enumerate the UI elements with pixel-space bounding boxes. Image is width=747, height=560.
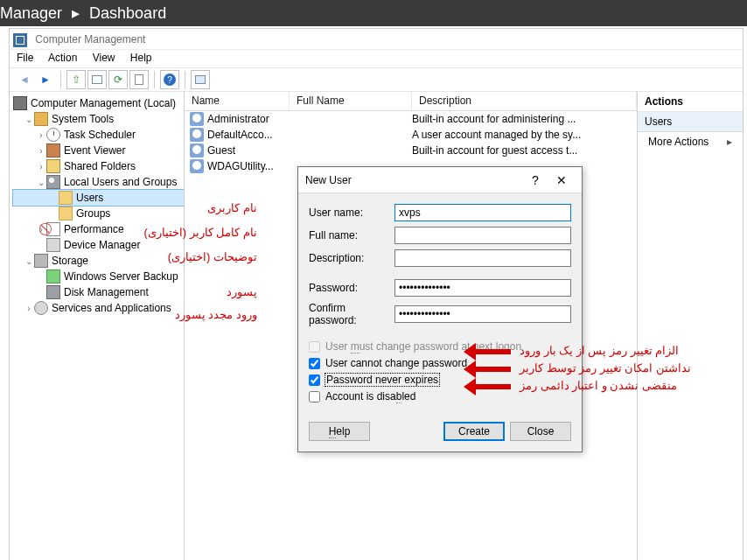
tree-services[interactable]: ›Services and Applications [13,300,184,316]
tree-root[interactable]: Computer Management (Local) [13,95,184,111]
user-icon [190,112,204,126]
tree-task-scheduler[interactable]: ›Task Scheduler [13,127,184,143]
forward-icon: ► [40,74,51,86]
ann-cannot-change: نداشتن امکان تغییر رمز توسط کاربر [520,361,691,374]
new-user-dialog: New User ? ✕ User name: Full name: Descr… [297,166,583,452]
arrow-icon [476,349,511,354]
help-button[interactable]: Help [309,422,370,441]
server-header-right: Dashboard [89,4,166,22]
tree-groups[interactable]: Groups [13,206,184,221]
col-fullname[interactable]: Full Name [290,92,412,110]
label-password: Password: [309,282,394,294]
expander-icon[interactable]: › [36,162,46,172]
backup-icon [46,270,60,284]
actions-section: Users [638,112,743,132]
mgmt-icon [13,96,27,110]
performance-icon [46,222,60,236]
expander-icon[interactable]: › [36,146,46,156]
label-username: User name: [309,206,394,219]
ann-description: توضیحات (اختیاری) [168,250,257,263]
expander-icon[interactable]: ⌄ [24,256,34,266]
menu-file[interactable]: File [17,52,33,64]
cannot-change-checkbox[interactable] [309,358,320,369]
tree-local-users-groups[interactable]: ⌄Local Users and Groups [13,174,184,190]
tree-system-tools[interactable]: ⌄System Tools [13,111,184,127]
label-fullname: Full name: [309,229,394,242]
export-button[interactable]: ⟳ [108,70,128,89]
folder-icon [59,206,73,220]
toolbar-separator [185,71,185,88]
ann-must-change: الزام تغییر رمز پس از یک بار ورود [520,344,679,357]
list-rows: Administrator Built-in account for admin… [185,111,637,174]
panel-icon [92,75,102,84]
up-button[interactable]: ⇧ [66,70,86,89]
close-button[interactable]: Close [510,422,571,441]
tree-disk-management[interactable]: Disk Management [13,284,184,300]
expander-icon[interactable]: › [36,225,46,234]
help-button[interactable]: ? [160,70,179,89]
export-icon: ⟳ [114,74,122,86]
properties-icon [135,74,143,85]
list-row[interactable]: Administrator Built-in account for admin… [185,111,637,127]
toolbar: ◄ ► ⇧ ⟳ ? [10,67,743,92]
up-icon: ⇧ [72,74,80,86]
tree-shared-folders[interactable]: ›Shared Folders [13,158,184,174]
arrow-icon [476,384,511,389]
tree-users[interactable]: Users [13,190,184,206]
expander-icon[interactable]: › [36,130,46,140]
confirm-password-input[interactable] [394,305,571,323]
create-button[interactable]: Create [443,422,505,441]
description-input[interactable] [394,249,571,267]
user-icon [190,128,204,142]
menu-help[interactable]: Help [130,52,152,64]
account-disabled-checkbox[interactable] [309,391,320,402]
arrow-icon [476,367,511,372]
server-manager-header: Manager ▸ Dashboard [0,0,747,26]
event-icon [46,144,60,158]
actions-more[interactable]: More Actions ▸ [638,132,743,151]
services-icon [34,301,48,315]
ann-fullname: نام کامل کاربر (اختیاری) [144,226,258,239]
new-icon [195,75,206,84]
device-manager-icon [46,238,60,252]
folder-icon [59,191,73,205]
forward-button[interactable]: ► [36,70,55,89]
cannot-change-label: User cannot change password [325,357,467,369]
tree-storage[interactable]: ⌄Storage [13,253,184,269]
server-header-left: Manager [0,4,62,22]
back-button[interactable]: ◄ [15,70,34,89]
tree-device-manager[interactable]: Device Manager [13,237,184,253]
show-hide-tree-button[interactable] [87,70,107,89]
menubar: File Action View Help [10,50,743,67]
tree-wsb[interactable]: Windows Server Backup [13,269,184,284]
username-input[interactable] [394,204,571,221]
menu-action[interactable]: Action [48,52,77,64]
dialog-close-button[interactable]: ✕ [548,173,575,187]
expander-icon[interactable]: ⌄ [24,115,34,124]
col-name[interactable]: Name [185,92,290,110]
new-button[interactable] [191,70,210,89]
mmc-app-icon [13,33,27,47]
dialog-titlebar: New User ? ✕ [298,167,582,193]
list-columns: Name Full Name Description [185,92,637,111]
menu-view[interactable]: View [93,52,115,64]
list-row[interactable]: DefaultAcco... A user account managed by… [185,127,637,143]
fullname-input[interactable] [394,227,571,244]
dialog-help-button[interactable]: ? [522,173,548,187]
breadcrumb-arrow-icon: ▸ [72,4,80,22]
user-icon [190,159,204,173]
ann-confirm-password: ورود مجدد پسورد [175,308,257,321]
expander-icon[interactable]: ⌄ [36,178,46,187]
list-row[interactable]: Guest Built-in account for guest access … [185,143,637,158]
user-icon [190,144,204,158]
expander-icon[interactable]: › [24,304,34,313]
toolbar-separator [60,71,61,88]
properties-button[interactable] [129,70,149,89]
back-icon: ◄ [19,74,30,86]
col-description[interactable]: Description [412,92,637,110]
actions-title: Actions [638,92,743,112]
never-expires-checkbox[interactable] [309,374,320,386]
help-icon: ? [164,74,176,86]
password-input[interactable] [394,279,571,297]
tree-event-viewer[interactable]: ›Event Viewer [13,143,184,158]
